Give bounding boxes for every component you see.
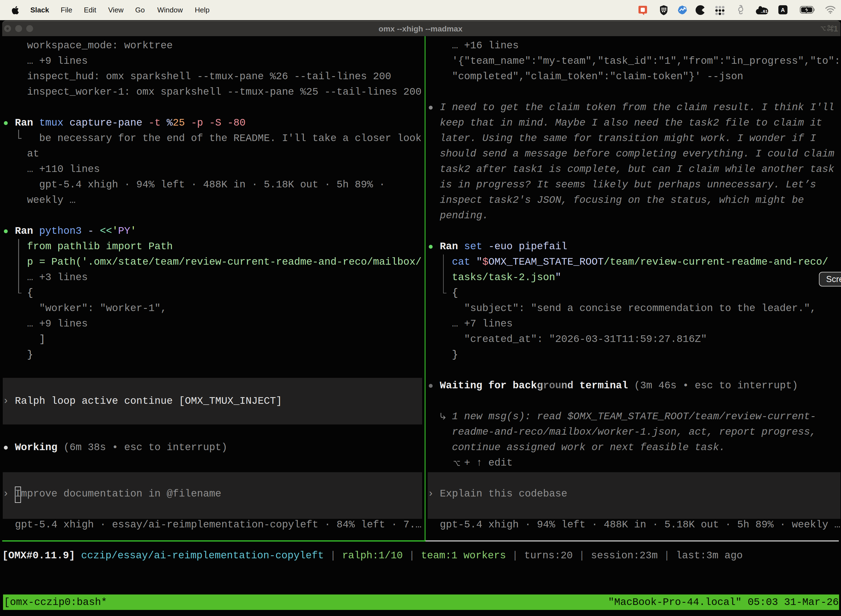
svg-text:..61: ..61	[761, 9, 768, 13]
svg-text:A: A	[781, 7, 785, 13]
